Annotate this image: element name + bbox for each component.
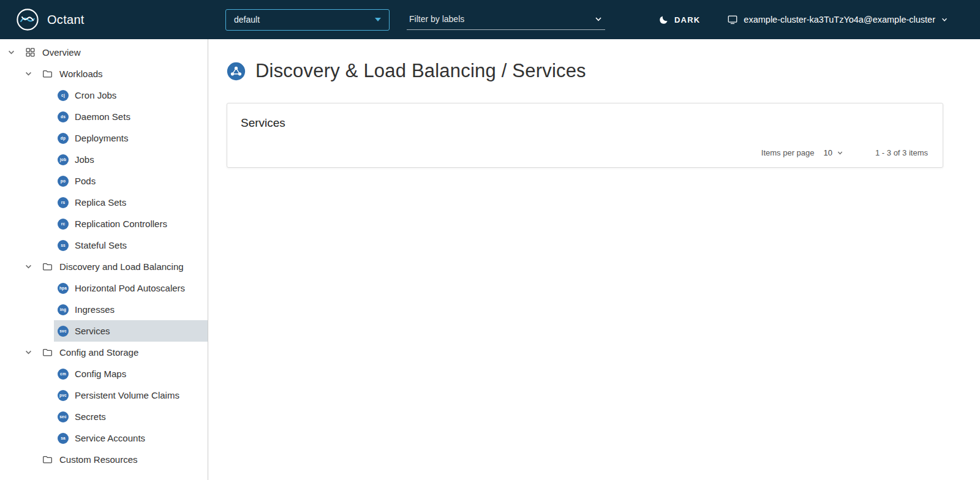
chevron-down-icon bbox=[837, 149, 843, 156]
label-filter-input[interactable] bbox=[409, 14, 594, 24]
sidebar-item-replica-sets[interactable]: rsReplica Sets bbox=[54, 192, 208, 213]
horizontal-pod-autoscalers-icon: hpa bbox=[58, 283, 69, 294]
sidebar-item-label: Jobs bbox=[75, 154, 94, 165]
sidebar-item-persistent-volume-claims[interactable]: pvcPersistent Volume Claims bbox=[54, 384, 208, 406]
stateful-sets-icon: ss bbox=[58, 240, 69, 251]
pods-icon: po bbox=[58, 176, 69, 187]
items-per-page-label: Items per page bbox=[761, 148, 815, 157]
sidebar-item-workloads[interactable]: Workloads bbox=[0, 63, 208, 84]
sidebar-item-label: Config Maps bbox=[75, 369, 126, 379]
sidebar-item-label: Pods bbox=[75, 176, 96, 186]
dark-mode-label: DARK bbox=[674, 15, 700, 24]
caret-down-icon[interactable] bbox=[23, 262, 33, 272]
sidebar-item-label: Custom Resources bbox=[59, 454, 138, 465]
replication-controllers-icon: rc bbox=[58, 219, 69, 230]
chevron-down-icon bbox=[594, 15, 603, 23]
ingresses-icon: ing bbox=[58, 304, 69, 315]
context-name: example-cluster-ka3TuTzYo4a@example-clus… bbox=[744, 15, 935, 24]
service-accounts-icon: sa bbox=[58, 433, 69, 444]
caret-spacer bbox=[23, 455, 33, 465]
brand: Octant bbox=[16, 8, 208, 31]
octant-logo-icon bbox=[16, 8, 39, 31]
sidebar-item-daemon-sets[interactable]: dsDaemon Sets bbox=[54, 106, 208, 127]
sidebar-item-deployments[interactable]: dpDeployments bbox=[54, 127, 208, 149]
services-icon bbox=[227, 62, 246, 81]
page-title: Discovery & Load Balancing / Services bbox=[227, 60, 943, 82]
cluster-icon bbox=[727, 14, 738, 25]
persistent-volume-claims-icon: pvc bbox=[58, 390, 69, 401]
namespace-select[interactable]: default bbox=[225, 9, 390, 31]
sidebar-item-label: Service Accounts bbox=[75, 433, 145, 443]
sidebar-item-label: Overview bbox=[42, 47, 81, 58]
services-card: Services Items per page 10 1 - 3 of 3 it bbox=[227, 103, 943, 168]
app-title: Octant bbox=[47, 13, 85, 27]
dark-mode-toggle[interactable]: DARK bbox=[658, 15, 700, 25]
pagination: Items per page 10 1 - 3 of 3 items bbox=[227, 140, 943, 167]
cron-jobs-icon: cj bbox=[58, 90, 69, 101]
sidebar-item-config-and-storage[interactable]: Config and Storage bbox=[0, 342, 208, 363]
deployments-icon: dp bbox=[58, 133, 69, 144]
replica-sets-icon: rs bbox=[58, 197, 69, 208]
label-filter[interactable] bbox=[407, 9, 605, 30]
main-content: Discovery & Load Balancing / Services Se… bbox=[208, 39, 980, 480]
caret-down-icon[interactable] bbox=[6, 48, 16, 58]
sidebar-item-cron-jobs[interactable]: cjCron Jobs bbox=[54, 84, 208, 106]
sidebar-item-services[interactable]: svcServices bbox=[54, 320, 208, 342]
items-per-page-select[interactable]: 10 bbox=[824, 148, 843, 157]
sidebar-item-label: Persistent Volume Claims bbox=[75, 390, 179, 400]
sidebar-item-label: Daemon Sets bbox=[75, 111, 130, 122]
moon-icon bbox=[658, 15, 669, 25]
caret-down-icon[interactable] bbox=[23, 348, 33, 358]
sidebar-item-secrets[interactable]: secSecrets bbox=[54, 406, 208, 427]
sidebar-item-label: Discovery and Load Balancing bbox=[59, 261, 184, 272]
sidebar-item-label: Services bbox=[75, 326, 110, 336]
sidebar-item-ingresses[interactable]: ingIngresses bbox=[54, 299, 208, 320]
sidebar-item-horizontal-pod-autoscalers[interactable]: hpaHorizontal Pod Autoscalers bbox=[54, 277, 208, 299]
chevron-down-icon bbox=[941, 16, 948, 23]
sidebar-item-replication-controllers[interactable]: rcReplication Controllers bbox=[54, 213, 208, 234]
folder-icon bbox=[42, 454, 53, 465]
sidebar-item-service-accounts[interactable]: saService Accounts bbox=[54, 427, 208, 449]
sidebar-item-label: Deployments bbox=[75, 133, 129, 143]
sidebar-item-label: Replication Controllers bbox=[75, 219, 167, 229]
sidebar-item-label: Replica Sets bbox=[75, 197, 126, 208]
sidebar-item-label: Cron Jobs bbox=[75, 90, 116, 100]
sidebar-item-discovery-and-load-balancing[interactable]: Discovery and Load Balancing bbox=[0, 256, 208, 277]
sidebar-item-label: Config and Storage bbox=[59, 347, 138, 358]
sidebar-item-label: Stateful Sets bbox=[75, 240, 127, 250]
folder-icon bbox=[42, 69, 53, 80]
sidebar-item-config-maps[interactable]: cmConfig Maps bbox=[54, 363, 208, 384]
sidebar-item-label: Secrets bbox=[75, 411, 106, 422]
sidebar-item-custom-resources[interactable]: Custom Resources bbox=[0, 449, 208, 470]
pagination-range: 1 - 3 of 3 items bbox=[875, 148, 928, 157]
items-per-page-value: 10 bbox=[824, 148, 832, 157]
services-icon: svc bbox=[58, 326, 69, 337]
page-title-text: Discovery & Load Balancing / Services bbox=[255, 60, 586, 82]
chevron-down-icon bbox=[375, 18, 381, 21]
jobs-icon: job bbox=[58, 154, 69, 165]
secrets-icon: sec bbox=[58, 411, 69, 422]
folder-icon bbox=[42, 347, 53, 358]
sidebar-item-stateful-sets[interactable]: ssStateful Sets bbox=[54, 234, 208, 256]
top-bar: Octant default DARK example-cluster-ka3T… bbox=[0, 0, 980, 39]
daemon-sets-icon: ds bbox=[58, 111, 69, 122]
sidebar-item-label: Workloads bbox=[59, 69, 103, 79]
sidebar-item-pods[interactable]: poPods bbox=[54, 170, 208, 192]
namespace-value: default bbox=[234, 15, 260, 24]
card-title: Services bbox=[227, 103, 943, 140]
folder-icon bbox=[42, 261, 53, 272]
sidebar-item-overview[interactable]: Overview bbox=[0, 42, 208, 63]
caret-down-icon[interactable] bbox=[23, 69, 33, 79]
sidebar-item-label: Ingresses bbox=[75, 304, 115, 315]
sidebar: OverviewWorkloadscjCron JobsdsDaemon Set… bbox=[0, 39, 208, 480]
sidebar-item-jobs[interactable]: jobJobs bbox=[54, 149, 208, 170]
sidebar-item-label: Horizontal Pod Autoscalers bbox=[75, 283, 185, 293]
overview-icon bbox=[24, 47, 36, 58]
config-maps-icon: cm bbox=[58, 369, 69, 380]
context-switcher[interactable]: example-cluster-ka3TuTzYo4a@example-clus… bbox=[727, 14, 948, 25]
